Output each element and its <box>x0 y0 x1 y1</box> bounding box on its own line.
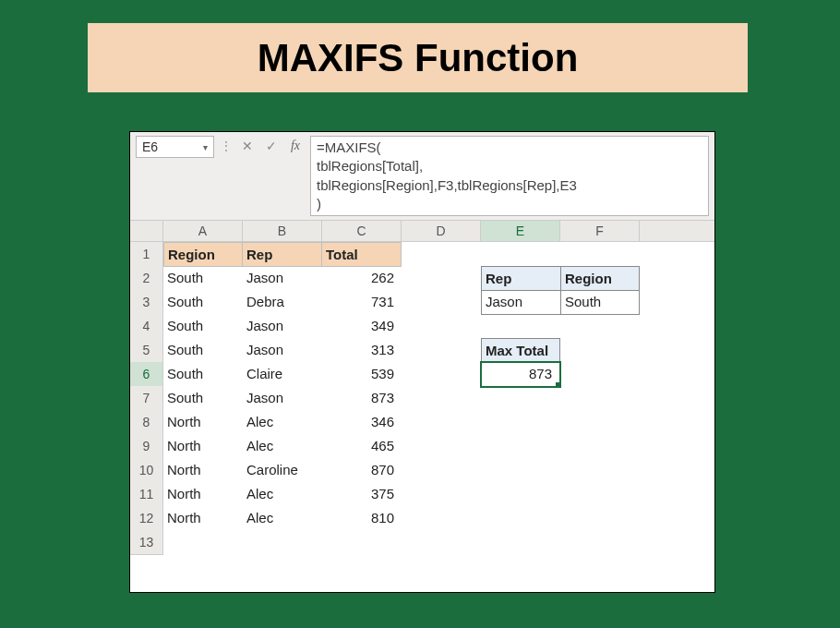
cell-f5[interactable] <box>560 338 640 363</box>
formula-input[interactable]: =MAXIFS( tblRegions[Total], tblRegions[R… <box>310 136 709 216</box>
cell-a9[interactable]: North <box>163 434 243 459</box>
fx-icon[interactable]: fx <box>286 136 305 156</box>
cell-e6-active[interactable]: 873 <box>481 362 560 387</box>
cell-a12[interactable]: North <box>163 506 243 531</box>
cell-b13[interactable] <box>243 530 322 555</box>
cell-b6[interactable]: Claire <box>243 362 322 387</box>
cell-f12[interactable] <box>560 506 640 531</box>
cell-f9[interactable] <box>560 434 640 459</box>
name-box[interactable]: E6 ▾ <box>136 136 214 158</box>
cell-b5[interactable]: Jason <box>243 338 322 363</box>
cell-a4[interactable]: South <box>163 314 243 339</box>
row-header[interactable]: 2 <box>130 266 163 291</box>
cell-e5[interactable]: Max Total <box>481 338 560 363</box>
cell-d6[interactable] <box>402 362 481 387</box>
cell-d12[interactable] <box>402 506 481 531</box>
cell-f8[interactable] <box>560 410 640 435</box>
row-header[interactable]: 9 <box>130 434 163 459</box>
row-header[interactable]: 8 <box>130 410 163 435</box>
col-header-e[interactable]: E <box>481 221 560 241</box>
cell-f1[interactable] <box>560 242 640 267</box>
cell-b3[interactable]: Debra <box>243 290 322 315</box>
cell-e3[interactable]: Jason <box>481 290 560 315</box>
cell-f6[interactable] <box>560 362 640 387</box>
cell-d1[interactable] <box>402 242 481 267</box>
row-header[interactable]: 5 <box>130 338 163 363</box>
cell-e2[interactable]: Rep <box>481 266 560 291</box>
cell-e4[interactable] <box>481 314 560 339</box>
cell-f3[interactable]: South <box>560 290 640 315</box>
cell-c8[interactable]: 346 <box>322 410 402 435</box>
cancel-icon[interactable]: ✕ <box>238 136 257 156</box>
cell-f4[interactable] <box>560 314 640 339</box>
cell-d13[interactable] <box>402 530 481 555</box>
cell-b12[interactable]: Alec <box>243 506 322 531</box>
row-header[interactable]: 7 <box>130 386 163 411</box>
cell-e1[interactable] <box>481 242 560 267</box>
cell-b4[interactable]: Jason <box>243 314 322 339</box>
cell-d7[interactable] <box>402 386 481 411</box>
row-header[interactable]: 13 <box>130 530 163 555</box>
select-all-corner[interactable] <box>130 221 163 241</box>
cell-b11[interactable]: Alec <box>243 482 322 507</box>
col-header-d[interactable]: D <box>402 221 481 241</box>
cell-f10[interactable] <box>560 458 640 483</box>
cell-e9[interactable] <box>481 434 560 459</box>
cell-f11[interactable] <box>560 482 640 507</box>
cell-d5[interactable] <box>402 338 481 363</box>
row-header[interactable]: 12 <box>130 506 163 531</box>
cell-a3[interactable]: South <box>163 290 243 315</box>
cell-c12[interactable]: 810 <box>322 506 402 531</box>
cell-a8[interactable]: North <box>163 410 243 435</box>
col-header-c[interactable]: C <box>322 221 402 241</box>
cell-d10[interactable] <box>402 458 481 483</box>
cell-d11[interactable] <box>402 482 481 507</box>
confirm-icon[interactable]: ✓ <box>262 136 281 156</box>
cell-a10[interactable]: North <box>163 458 243 483</box>
col-header-a[interactable]: A <box>163 221 243 241</box>
cell-c13[interactable] <box>322 530 402 555</box>
row-header[interactable]: 3 <box>130 290 163 315</box>
cell-a6[interactable]: South <box>163 362 243 387</box>
cell-a13[interactable] <box>163 530 243 555</box>
cell-c9[interactable]: 465 <box>322 434 402 459</box>
row-header[interactable]: 4 <box>130 314 163 339</box>
cell-f2[interactable]: Region <box>560 266 640 291</box>
row-header[interactable]: 10 <box>130 458 163 483</box>
cell-b8[interactable]: Alec <box>243 410 322 435</box>
cell-d9[interactable] <box>402 434 481 459</box>
cell-c5[interactable]: 313 <box>322 338 402 363</box>
cell-a11[interactable]: North <box>163 482 243 507</box>
cell-c10[interactable]: 870 <box>322 458 402 483</box>
cell-e13[interactable] <box>481 530 560 555</box>
cell-a7[interactable]: South <box>163 386 243 411</box>
cell-a2[interactable]: South <box>163 266 243 291</box>
row-header[interactable]: 1 <box>130 242 163 267</box>
col-header-f[interactable]: F <box>560 221 640 241</box>
cell-e11[interactable] <box>481 482 560 507</box>
cell-d2[interactable] <box>402 266 481 291</box>
cell-e8[interactable] <box>481 410 560 435</box>
cell-c3[interactable]: 731 <box>322 290 402 315</box>
cell-f7[interactable] <box>560 386 640 411</box>
cell-b10[interactable]: Caroline <box>243 458 322 483</box>
cell-c6[interactable]: 539 <box>322 362 402 387</box>
cell-b9[interactable]: Alec <box>243 434 322 459</box>
cell-b7[interactable]: Jason <box>243 386 322 411</box>
cell-b2[interactable]: Jason <box>243 266 322 291</box>
cell-d8[interactable] <box>402 410 481 435</box>
cell-b1[interactable]: Rep <box>243 242 322 267</box>
cell-e7[interactable] <box>481 386 560 411</box>
cell-c2[interactable]: 262 <box>322 266 402 291</box>
row-header[interactable]: 6 <box>130 362 163 387</box>
cell-d3[interactable] <box>402 290 481 315</box>
cell-a1[interactable]: Region <box>163 242 243 267</box>
cell-d4[interactable] <box>402 314 481 339</box>
cell-e12[interactable] <box>481 506 560 531</box>
cell-c11[interactable]: 375 <box>322 482 402 507</box>
cell-e10[interactable] <box>481 458 560 483</box>
cell-a5[interactable]: South <box>163 338 243 363</box>
cell-c7[interactable]: 873 <box>322 386 402 411</box>
cell-c1[interactable]: Total <box>322 242 402 267</box>
chevron-down-icon[interactable]: ▾ <box>203 142 208 152</box>
